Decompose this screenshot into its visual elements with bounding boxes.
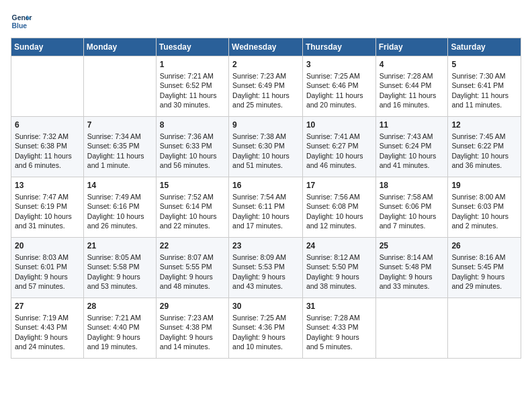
calendar-header-row: SundayMondayTuesdayWednesdayThursdayFrid…	[11, 38, 521, 56]
calendar-cell: 8Sunrise: 7:36 AMSunset: 6:33 PMDaylight…	[156, 117, 228, 177]
day-number: 11	[380, 120, 445, 130]
day-info: Sunset: 4:43 PM	[15, 322, 80, 332]
day-info: Sunrise: 7:56 AM	[306, 192, 372, 201]
day-info: Sunset: 4:38 PM	[160, 322, 225, 332]
day-info: Sunrise: 7:38 AM	[232, 132, 299, 141]
day-info: Sunset: 6:44 PM	[380, 81, 445, 90]
day-info: Daylight: 11 hours and 16 minutes.	[380, 91, 445, 109]
calendar-cell	[83, 56, 156, 117]
day-info: Daylight: 9 hours and 14 minutes.	[160, 332, 225, 351]
day-info: Sunset: 6:27 PM	[306, 141, 372, 150]
calendar-cell: 6Sunrise: 7:32 AMSunset: 6:38 PMDaylight…	[11, 117, 84, 177]
day-info: Sunrise: 7:25 AM	[306, 71, 372, 81]
day-number: 26	[451, 240, 517, 251]
calendar-body: 1Sunrise: 7:21 AMSunset: 6:52 PMDaylight…	[11, 56, 521, 359]
day-info: Sunset: 5:45 PM	[451, 262, 517, 271]
day-info: Sunset: 4:36 PM	[232, 322, 299, 332]
day-info: Sunset: 4:40 PM	[87, 322, 152, 332]
day-header-saturday: Saturday	[448, 38, 521, 56]
day-info: Sunset: 5:58 PM	[87, 262, 152, 271]
day-number: 19	[451, 180, 517, 191]
day-info: Sunrise: 7:45 AM	[451, 132, 517, 141]
calendar-cell: 30Sunrise: 7:25 AMSunset: 4:36 PMDayligh…	[229, 298, 303, 359]
day-info: Sunset: 6:22 PM	[451, 141, 517, 150]
day-number: 2	[232, 59, 299, 70]
calendar-cell	[375, 298, 448, 359]
day-info: Sunrise: 8:07 AM	[160, 253, 225, 262]
day-info: Daylight: 10 hours and 56 minutes.	[160, 151, 225, 170]
day-info: Daylight: 9 hours and 57 minutes.	[15, 272, 80, 291]
day-info: Daylight: 10 hours and 7 minutes.	[380, 212, 445, 230]
day-info: Sunset: 6:35 PM	[87, 141, 152, 150]
day-info: Sunrise: 7:21 AM	[87, 313, 152, 322]
day-info: Sunrise: 7:23 AM	[160, 313, 225, 322]
calendar-cell: 26Sunrise: 8:16 AMSunset: 5:45 PMDayligh…	[448, 238, 521, 298]
day-info: Daylight: 10 hours and 17 minutes.	[232, 212, 299, 230]
day-number: 18	[380, 180, 445, 191]
day-header-monday: Monday	[83, 38, 156, 56]
day-number: 16	[232, 180, 299, 191]
calendar-cell: 31Sunrise: 7:28 AMSunset: 4:33 PMDayligh…	[302, 298, 375, 359]
calendar-cell: 3Sunrise: 7:25 AMSunset: 6:46 PMDaylight…	[302, 56, 375, 117]
day-info: Daylight: 10 hours and 12 minutes.	[306, 212, 372, 230]
day-info: Daylight: 10 hours and 41 minutes.	[380, 151, 445, 170]
day-info: Daylight: 11 hours and 25 minutes.	[232, 91, 299, 109]
calendar-cell: 10Sunrise: 7:41 AMSunset: 6:27 PMDayligh…	[302, 117, 375, 177]
day-info: Sunset: 6:11 PM	[232, 201, 299, 211]
day-info: Daylight: 11 hours and 20 minutes.	[306, 91, 372, 109]
calendar-cell: 14Sunrise: 7:49 AMSunset: 6:16 PMDayligh…	[83, 177, 156, 238]
day-info: Daylight: 10 hours and 26 minutes.	[87, 212, 152, 230]
calendar-cell: 17Sunrise: 7:56 AMSunset: 6:08 PMDayligh…	[302, 177, 375, 238]
day-number: 22	[160, 240, 225, 251]
day-number: 1	[160, 59, 225, 70]
day-info: Sunrise: 8:09 AM	[232, 253, 299, 262]
day-info: Sunset: 6:46 PM	[306, 81, 372, 90]
day-number: 30	[232, 301, 299, 312]
day-number: 21	[87, 240, 152, 251]
day-number: 17	[306, 180, 372, 191]
day-info: Sunrise: 7:28 AM	[380, 71, 445, 81]
day-info: Daylight: 11 hours and 1 minute.	[87, 151, 152, 170]
day-number: 7	[87, 120, 152, 130]
day-header-thursday: Thursday	[302, 38, 375, 56]
day-number: 10	[306, 120, 372, 130]
calendar-cell: 28Sunrise: 7:21 AMSunset: 4:40 PMDayligh…	[83, 298, 156, 359]
day-number: 24	[306, 240, 372, 251]
day-info: Daylight: 9 hours and 24 minutes.	[15, 332, 80, 351]
day-header-tuesday: Tuesday	[156, 38, 228, 56]
day-info: Sunset: 5:50 PM	[306, 262, 372, 271]
day-info: Daylight: 11 hours and 30 minutes.	[160, 91, 225, 109]
day-number: 14	[87, 180, 152, 191]
calendar-cell: 12Sunrise: 7:45 AMSunset: 6:22 PMDayligh…	[448, 117, 521, 177]
day-info: Sunrise: 7:32 AM	[15, 132, 80, 141]
day-info: Sunset: 4:33 PM	[306, 322, 372, 332]
day-info: Sunset: 5:53 PM	[232, 262, 299, 271]
week-row-2: 6Sunrise: 7:32 AMSunset: 6:38 PMDaylight…	[11, 117, 521, 177]
day-info: Daylight: 10 hours and 31 minutes.	[15, 212, 80, 230]
page-header: General Blue	[11, 11, 521, 32]
calendar-cell: 19Sunrise: 8:00 AMSunset: 6:03 PMDayligh…	[448, 177, 521, 238]
week-row-5: 27Sunrise: 7:19 AMSunset: 4:43 PMDayligh…	[11, 298, 521, 359]
day-info: Sunset: 5:48 PM	[380, 262, 445, 271]
day-info: Sunset: 6:19 PM	[15, 201, 80, 211]
day-info: Sunset: 6:41 PM	[451, 81, 517, 90]
day-number: 29	[160, 301, 225, 312]
day-number: 25	[380, 240, 445, 251]
day-number: 15	[160, 180, 225, 191]
calendar-cell: 29Sunrise: 7:23 AMSunset: 4:38 PMDayligh…	[156, 298, 228, 359]
calendar-cell: 11Sunrise: 7:43 AMSunset: 6:24 PMDayligh…	[375, 117, 448, 177]
day-number: 12	[451, 120, 517, 130]
calendar-cell: 21Sunrise: 8:05 AMSunset: 5:58 PMDayligh…	[83, 238, 156, 298]
day-info: Sunset: 6:38 PM	[15, 141, 80, 150]
day-info: Sunrise: 7:30 AM	[451, 71, 517, 81]
day-info: Daylight: 10 hours and 46 minutes.	[306, 151, 372, 170]
svg-text:Blue: Blue	[12, 22, 28, 30]
day-header-friday: Friday	[375, 38, 448, 56]
calendar-cell: 13Sunrise: 7:47 AMSunset: 6:19 PMDayligh…	[11, 177, 84, 238]
day-info: Daylight: 9 hours and 43 minutes.	[232, 272, 299, 291]
day-info: Sunrise: 7:47 AM	[15, 192, 80, 201]
day-info: Daylight: 10 hours and 2 minutes.	[451, 212, 517, 230]
day-info: Sunrise: 7:52 AM	[160, 192, 225, 201]
day-info: Daylight: 10 hours and 36 minutes.	[451, 151, 517, 170]
calendar-cell	[11, 56, 84, 117]
